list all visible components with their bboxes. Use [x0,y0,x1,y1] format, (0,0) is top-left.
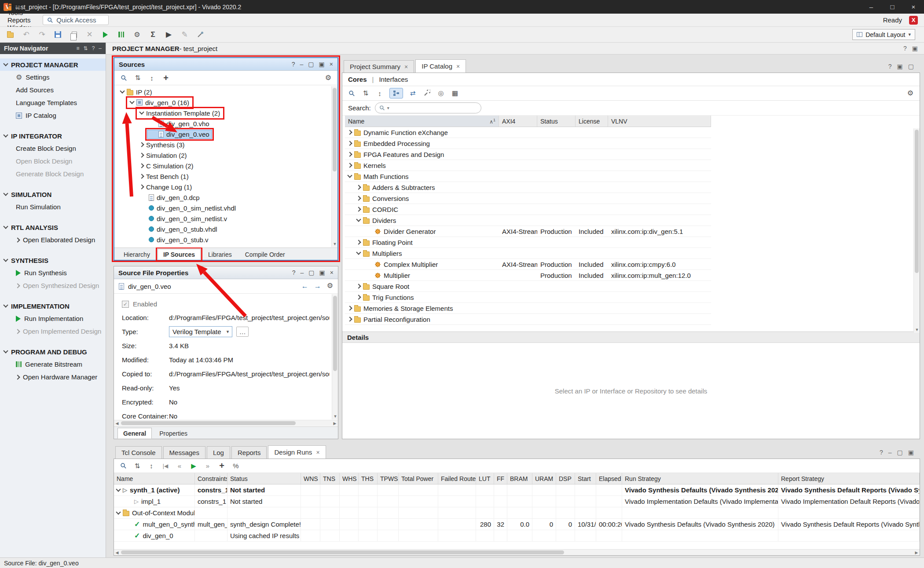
chevron-down-icon[interactable] [129,99,134,104]
run-button[interactable] [99,29,112,41]
layout-select[interactable]: Default Layout ▾ [852,29,915,40]
chevron-right-icon[interactable] [347,306,352,310]
sfp-vertical-scrollbar[interactable]: ▼ [332,294,338,419]
sources-tab-libraries[interactable]: Libraries [202,249,238,260]
flow-item-add-sources[interactable]: Add Sources [0,84,106,96]
catalog-row-floating-point[interactable]: Floating Point [345,237,711,248]
catalog-row-partial-reconfiguration[interactable]: Partial Reconfiguration [345,314,711,325]
run-selected-button[interactable]: ▶ [189,461,198,471]
catalog-row-cordic[interactable]: CORDIC [345,204,711,215]
flow-item-open-block-design[interactable]: Open Block Design [0,155,106,167]
float-icon[interactable]: ▣ [912,45,918,52]
catalog-row-memories-storage-elements[interactable]: Memories & Storage Elements [345,303,711,314]
flow-item-open-implemented-design[interactable]: Open Implemented Design [0,325,106,338]
catalog-row-conversions[interactable]: Conversions [345,193,711,204]
minimize-icon[interactable]: – [300,61,304,68]
chevron-right-icon[interactable] [347,163,352,167]
save-button[interactable] [51,29,65,41]
undo-button[interactable]: ↶ [19,29,33,41]
close-icon[interactable]: × [330,269,334,276]
catalog-search-input[interactable]: ▾ [375,102,481,113]
chevron-right-icon[interactable] [356,240,361,244]
back-icon[interactable]: ← [301,282,308,290]
minimize-icon[interactable]: – [99,45,102,51]
step-button[interactable]: ▶ [162,29,176,41]
edit-button[interactable]: ✎ [178,29,191,41]
sources-vertical-scrollbar[interactable]: ▼ [331,86,337,247]
more-options-button[interactable]: … [236,327,249,337]
flow-item-open-synthesized-design[interactable]: Open Synthesized Design [0,279,106,292]
source-tree-item-div-gen-0-stub-vhdl[interactable]: div_gen_0_stub.vhdl [114,224,337,234]
float-icon[interactable]: ▣ [319,61,325,68]
column-header-name[interactable]: Name∧1 [345,116,499,127]
catalog-row-dynamic-function-exchange[interactable]: Dynamic Function eXchange [345,127,711,138]
catalog-row-kernels[interactable]: Kernels [345,160,711,171]
chevron-right-icon[interactable] [139,174,144,178]
chevron-right-icon[interactable] [15,329,20,334]
chevron-down-icon[interactable] [3,257,8,262]
menu-icon[interactable]: ≡ [77,45,80,51]
source-tree-item-div-gen-0-sim-netlist-v[interactable]: div_gen_0_sim_netlist.v [114,213,337,224]
runs-column-header-lut[interactable]: LUT [476,473,494,484]
search-button[interactable] [347,88,356,98]
source-tree-item-ip-2[interactable]: IP (2) [114,87,337,97]
runs-horizontal-scrollbar[interactable]: ◀ ▶ [114,549,920,555]
help-icon[interactable]: ? [92,45,95,51]
run-row-mult-gen-0-synth-1[interactable]: ✓mult_gen_0_synth_1mult_gen_0synth_desig… [114,519,920,530]
maximize-window-button[interactable]: □ [882,0,903,14]
float-icon[interactable]: ▣ [908,449,914,456]
help-icon[interactable]: ? [888,63,892,70]
customize-ip-button[interactable] [422,88,431,98]
runs-column-header-wns[interactable]: WNS [301,473,320,484]
chevron-down-icon[interactable] [116,487,121,492]
source-tree-item-simulation-2[interactable]: Simulation (2) [114,150,337,160]
redo-button[interactable]: ↷ [35,29,49,41]
source-tree-item-synthesis-3[interactable]: Synthesis (3) [114,139,337,150]
close-tab-icon[interactable]: × [404,63,408,70]
chevron-down-icon[interactable] [3,61,8,66]
menu-item-tools[interactable]: Tools [3,9,36,16]
catalog-settings-button[interactable]: ⚙ [906,88,915,98]
subtab-cores[interactable]: Cores [348,76,367,83]
skip-to-start-button[interactable]: |◀ [161,461,170,471]
copy-button[interactable] [67,29,81,41]
flow-item-run-synthesis[interactable]: Run Synthesis [0,266,106,279]
sfp-tab-general[interactable]: General [117,428,152,439]
run-row-div-gen-0[interactable]: ✓div_gen_0Using cached IP results [114,530,920,542]
flow-item-generate-bitstream[interactable]: Generate Bitstream [0,358,106,371]
source-tree-item-test-bench-1[interactable]: Test Bench (1) [114,171,337,182]
maximize-icon[interactable]: ▢ [897,449,903,456]
chevron-right-icon[interactable] [356,207,361,211]
step-back-button[interactable]: « [175,461,184,471]
source-tree-item-c-simulation-2[interactable]: C Simulation (2) [114,160,337,171]
runs-tab-log[interactable]: Log [207,446,230,459]
sources-settings-button[interactable]: ⚙ [324,73,333,83]
catalog-row-multiplier[interactable]: MultiplierProductionIncludedxilinx.com:i… [345,270,711,281]
catalog-row-complex-multiplier[interactable]: Complex MultiplierAXI4-StreamProductionI… [345,259,711,270]
flow-section-header-rtl-analysis[interactable]: RTL ANALYSIS [0,221,106,233]
close-tab-icon[interactable]: × [456,63,460,70]
chevron-right-icon[interactable] [356,196,361,200]
column-header-axi4[interactable]: AXI4 [499,116,537,127]
runs-column-header-whs[interactable]: WHS [340,473,359,484]
sort-icon[interactable]: ⇅ [84,45,88,51]
chevron-right-icon[interactable] [139,184,144,189]
runs-column-header-constraints[interactable]: Constraints [195,473,227,484]
minimize-icon[interactable]: – [888,449,892,456]
source-tree-item-div-gen-0-sim-netlist-vhdl[interactable]: div_gen_0_sim_netlist.vhdl [114,203,337,213]
sfp-horizontal-scrollbar[interactable]: ◀ ▶ [114,420,338,426]
chevron-down-icon[interactable] [3,302,8,307]
search-button[interactable] [119,73,128,83]
sources-tab-ip-sources[interactable]: IP Sources [158,249,201,260]
flow-section-header-project-manager[interactable]: PROJECT MANAGER [0,58,106,71]
runs-column-header-elapsed[interactable]: Elapsed [596,473,622,484]
scroll-left-icon[interactable]: ◀ [114,420,120,426]
scroll-down-icon[interactable]: ▼ [914,327,920,333]
float-icon[interactable]: ▣ [897,63,903,70]
runs-column-header-uram[interactable]: URAM [532,473,556,484]
runs-column-header-dsp[interactable]: DSP [556,473,575,484]
chevron-down-icon[interactable] [120,88,125,93]
chevron-down-icon[interactable] [347,173,352,178]
flow-item-generate-block-design[interactable]: Generate Block Design [0,167,106,180]
help-icon[interactable]: ? [292,269,296,276]
